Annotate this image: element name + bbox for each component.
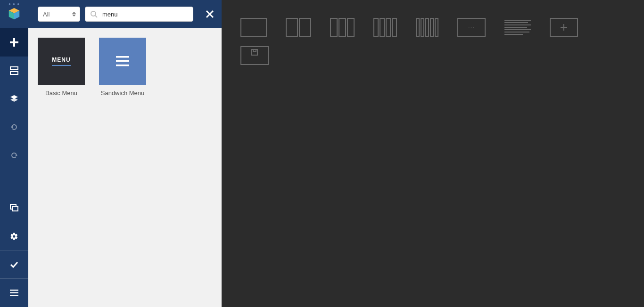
cols3-icon: [330, 18, 355, 37]
basic-menu-thumb-text: MENU: [52, 57, 70, 63]
svg-rect-6: [10, 72, 18, 74]
sandwich-menu-icon: [116, 56, 129, 66]
svg-rect-24: [561, 27, 567, 28]
layout-1col[interactable]: [240, 18, 267, 37]
layout-5col[interactable]: [416, 18, 438, 37]
layout-options-row-1: ···: [240, 18, 625, 37]
sidebar-done[interactable]: [0, 250, 28, 279]
cols5-icon: [416, 18, 438, 37]
element-sandwich-menu[interactable]: Sandwich Menu: [99, 38, 146, 97]
svg-rect-13: [10, 290, 18, 291]
layout-template[interactable]: [240, 46, 269, 65]
close-icon: [206, 10, 214, 18]
sidebar-row[interactable]: [0, 57, 28, 85]
layout-options-row-2: [240, 46, 625, 65]
template-block-icon: [240, 46, 269, 65]
dots-icon: ···: [457, 18, 486, 37]
layout-3col[interactable]: [330, 18, 355, 37]
row-icon: [10, 66, 18, 75]
redo-icon: [10, 151, 18, 160]
hamburger-icon: [10, 290, 18, 296]
main-sidebar: ● ● ●: [0, 0, 28, 307]
element-label: Basic Menu: [45, 89, 77, 97]
elements-panel: All MENU Basic Menu: [28, 0, 222, 307]
cols1-icon: [240, 18, 267, 37]
layout-4col[interactable]: [373, 18, 397, 37]
logo-dots-icon: ● ● ●: [8, 2, 20, 6]
logo-cube-icon: [7, 7, 21, 21]
app-logo: ● ● ●: [0, 0, 28, 28]
cols2-icon: [286, 18, 311, 37]
layers-icon: [10, 95, 18, 103]
layout-2col[interactable]: [286, 18, 311, 37]
svg-rect-22: [116, 65, 129, 66]
svg-rect-12: [12, 206, 18, 211]
select-caret-icon: [72, 12, 76, 16]
svg-point-16: [91, 11, 96, 16]
svg-rect-4: [10, 41, 18, 43]
elements-grid: MENU Basic Menu Sandwich Menu: [28, 28, 222, 106]
svg-rect-21: [116, 60, 129, 62]
sidebar-menu[interactable]: [0, 279, 28, 307]
check-icon: [10, 260, 18, 269]
search-icon: [90, 10, 98, 18]
search-field-wrap: [85, 7, 193, 22]
close-panel-button[interactable]: [198, 0, 222, 28]
svg-rect-14: [10, 292, 18, 294]
category-select-label: All: [43, 11, 50, 18]
sidebar-add[interactable]: [0, 28, 28, 57]
element-basic-menu[interactable]: MENU Basic Menu: [38, 38, 85, 97]
svg-line-17: [95, 16, 97, 17]
sidebar-redo[interactable]: [0, 141, 28, 170]
panel-header: All: [28, 0, 222, 28]
layout-text[interactable]: [504, 18, 531, 37]
svg-rect-5: [10, 67, 18, 70]
search-input[interactable]: [102, 11, 188, 18]
tree-icon: [10, 204, 18, 212]
sidebar-undo[interactable]: [0, 113, 28, 141]
canvas-area: ···: [222, 0, 644, 307]
text-lines-icon: [504, 18, 531, 37]
layout-add[interactable]: [550, 18, 578, 37]
layout-more[interactable]: ···: [457, 18, 486, 37]
sidebar-settings[interactable]: [0, 222, 28, 250]
cols4-icon: [373, 18, 397, 37]
plus-icon: [9, 38, 19, 47]
sandwich-menu-thumb: [99, 38, 146, 85]
svg-rect-15: [10, 295, 18, 296]
sidebar-layers[interactable]: [0, 85, 28, 113]
category-select[interactable]: All: [38, 7, 80, 22]
svg-rect-20: [116, 56, 129, 58]
sidebar-tree[interactable]: [0, 194, 28, 222]
element-label: Sandwich Menu: [101, 89, 145, 97]
undo-icon: [10, 123, 18, 131]
basic-menu-underline-icon: [52, 65, 71, 66]
svg-marker-8: [10, 98, 18, 102]
plus-block-icon: [550, 18, 578, 37]
basic-menu-thumb: MENU: [38, 38, 85, 85]
svg-rect-26: [253, 49, 256, 52]
gear-icon: [10, 232, 18, 241]
